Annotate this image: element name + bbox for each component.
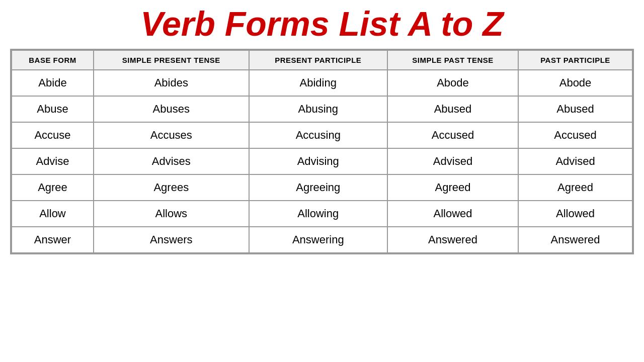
page-title: Verb Forms List A to Z — [140, 5, 504, 43]
table-body: AbideAbidesAbidingAbodeAbodeAbuseAbusesA… — [12, 70, 632, 253]
cell-r1-c1: Abuses — [94, 96, 249, 122]
cell-r1-c3: Abused — [387, 96, 518, 122]
cell-r3-c0: Advise — [12, 148, 94, 174]
cell-r3-c4: Advised — [518, 148, 632, 174]
col-header-1: SIMPLE PRESENT TENSE — [94, 50, 249, 70]
cell-r3-c2: Advising — [249, 148, 387, 174]
cell-r6-c4: Answered — [518, 227, 632, 253]
cell-r5-c4: Allowed — [518, 201, 632, 227]
cell-r2-c2: Accusing — [249, 122, 387, 148]
table-row: AccuseAccusesAccusingAccusedAccused — [12, 122, 632, 148]
cell-r4-c0: Agree — [12, 174, 94, 201]
cell-r3-c3: Advised — [387, 148, 518, 174]
cell-r6-c0: Answer — [12, 227, 94, 253]
cell-r0-c0: Abide — [12, 70, 94, 96]
col-header-4: PAST PARTICIPLE — [518, 50, 632, 70]
table-row: AbuseAbusesAbusingAbusedAbused — [12, 96, 632, 122]
cell-r3-c1: Advises — [94, 148, 249, 174]
cell-r4-c1: Agrees — [94, 174, 249, 201]
cell-r6-c2: Answering — [249, 227, 387, 253]
col-header-0: BASE FORM — [12, 50, 94, 70]
cell-r2-c0: Accuse — [12, 122, 94, 148]
table-row: AbideAbidesAbidingAbodeAbode — [12, 70, 632, 96]
cell-r5-c2: Allowing — [249, 201, 387, 227]
verb-forms-table: BASE FORMSIMPLE PRESENT TENSEPRESENT PAR… — [10, 49, 634, 254]
cell-r5-c1: Allows — [94, 201, 249, 227]
cell-r4-c4: Agreed — [518, 174, 632, 201]
cell-r5-c0: Allow — [12, 201, 94, 227]
cell-r0-c2: Abiding — [249, 70, 387, 96]
cell-r2-c3: Accused — [387, 122, 518, 148]
table-row: AllowAllowsAllowingAllowedAllowed — [12, 201, 632, 227]
cell-r1-c2: Abusing — [249, 96, 387, 122]
table-header-row: BASE FORMSIMPLE PRESENT TENSEPRESENT PAR… — [12, 50, 632, 70]
cell-r6-c1: Answers — [94, 227, 249, 253]
col-header-3: SIMPLE PAST TENSE — [387, 50, 518, 70]
cell-r0-c1: Abides — [94, 70, 249, 96]
cell-r0-c3: Abode — [387, 70, 518, 96]
cell-r4-c3: Agreed — [387, 174, 518, 201]
cell-r2-c4: Accused — [518, 122, 632, 148]
cell-r5-c3: Allowed — [387, 201, 518, 227]
table-row: AdviseAdvisesAdvisingAdvisedAdvised — [12, 148, 632, 174]
cell-r2-c1: Accuses — [94, 122, 249, 148]
table-row: AnswerAnswersAnsweringAnsweredAnswered — [12, 227, 632, 253]
cell-r4-c2: Agreeing — [249, 174, 387, 201]
table-row: AgreeAgreesAgreeingAgreedAgreed — [12, 174, 632, 201]
cell-r0-c4: Abode — [518, 70, 632, 96]
col-header-2: PRESENT PARTICIPLE — [249, 50, 387, 70]
cell-r6-c3: Answered — [387, 227, 518, 253]
cell-r1-c4: Abused — [518, 96, 632, 122]
cell-r1-c0: Abuse — [12, 96, 94, 122]
